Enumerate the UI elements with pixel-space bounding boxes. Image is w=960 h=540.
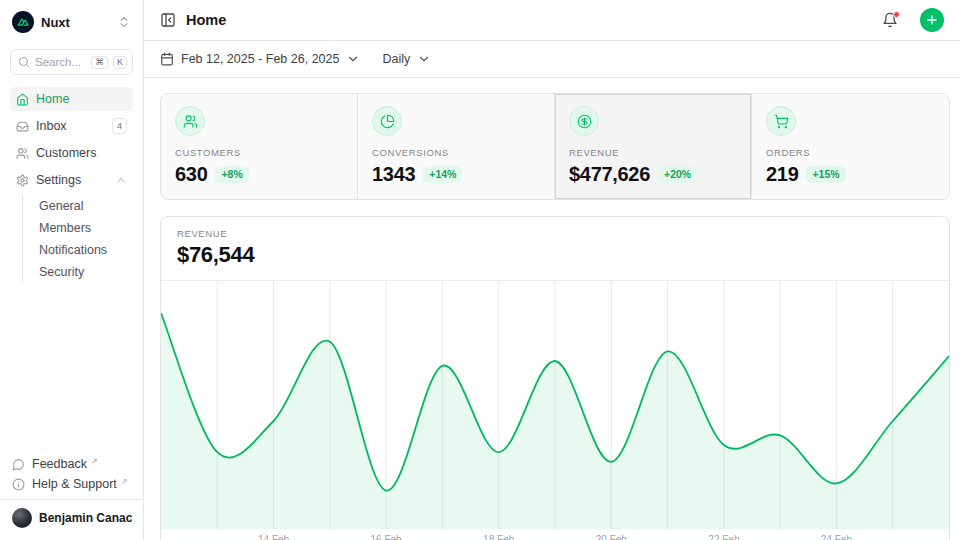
top-header: Home [144, 0, 960, 41]
sidebar-item-label: Customers [36, 146, 127, 160]
stat-card-revenue[interactable]: REVENUE $477,626 +20% [555, 94, 752, 199]
dashboard-app: Nuxt Search... ⌘ K Home Inbox 4 Customer… [0, 0, 960, 540]
sidebar-subitem-members[interactable]: Members [23, 217, 133, 239]
feedback-link[interactable]: Feedback ↗ [10, 457, 133, 471]
search-input[interactable]: Search... ⌘ K [10, 49, 133, 75]
sidebar-item-label: Inbox [36, 119, 105, 133]
page-content: CUSTOMERS 630 +8% CONVERSIONS 1343 +14% [144, 78, 960, 540]
notifications-button[interactable] [882, 12, 898, 28]
stat-delta-badge: +20% [658, 166, 697, 183]
inbox-count-badge: 4 [112, 118, 127, 133]
page-title: Home [186, 12, 872, 28]
home-icon [16, 93, 29, 106]
sidebar: Nuxt Search... ⌘ K Home Inbox 4 Customer… [0, 0, 144, 540]
panel-left-close-icon [160, 12, 176, 28]
sidebar-subitem-notifications[interactable]: Notifications [23, 239, 133, 261]
filters-toolbar: Feb 12, 2025 - Feb 26, 2025 Daily [144, 41, 960, 78]
stat-card-conversions[interactable]: CONVERSIONS 1343 +14% [358, 94, 555, 199]
search-placeholder: Search... [35, 56, 86, 68]
stat-value: 219 [766, 163, 798, 186]
stats-panel: CUSTOMERS 630 +8% CONVERSIONS 1343 +14% [160, 93, 950, 200]
granularity-value: Daily [382, 52, 410, 66]
dollar-circle-icon [569, 106, 599, 136]
sidebar-nav: Home Inbox 4 Customers Settings General … [10, 87, 133, 283]
footer-link-label: Feedback [32, 457, 87, 471]
x-tick-label: 22 Feb [708, 534, 739, 540]
sidebar-item-label: Home [36, 92, 127, 106]
stat-delta-badge: +14% [423, 166, 462, 183]
sidebar-item-inbox[interactable]: Inbox 4 [10, 114, 133, 138]
sidebar-subitem-general[interactable]: General [23, 195, 133, 217]
plus-icon [925, 13, 939, 27]
users-icon [175, 106, 205, 136]
area-chart[interactable] [161, 281, 949, 531]
chevron-down-icon [346, 52, 360, 66]
x-tick-label: 24 Feb [821, 534, 852, 540]
subitem-label: Notifications [39, 243, 107, 257]
stat-label: CUSTOMERS [175, 147, 343, 158]
add-button[interactable] [920, 8, 944, 32]
chevrons-up-down-icon [117, 15, 131, 29]
x-tick-label: 18 Feb [483, 534, 514, 540]
users-icon [16, 147, 29, 160]
sidebar-collapse-button[interactable] [160, 12, 176, 28]
sidebar-item-home[interactable]: Home [10, 87, 133, 111]
chart-metric-label: REVENUE [177, 228, 933, 239]
user-menu[interactable]: Benjamin Canac [0, 499, 143, 532]
user-name: Benjamin Canac [39, 511, 132, 525]
stat-card-orders[interactable]: ORDERS 219 +15% [752, 94, 949, 199]
message-bubble-icon [12, 458, 25, 471]
subitem-label: Security [39, 265, 84, 279]
unread-dot [893, 11, 900, 18]
stat-card-customers[interactable]: CUSTOMERS 630 +8% [161, 94, 358, 199]
sidebar-footer: Feedback ↗ Help & Support ↗ [10, 457, 133, 499]
x-tick-label: 20 Feb [596, 534, 627, 540]
info-circle-icon [12, 478, 25, 491]
kbd-cmd: ⌘ [91, 56, 108, 69]
revenue-chart-panel: REVENUE $76,544 14 Feb16 Feb18 Feb20 Feb… [160, 216, 950, 540]
settings-subtree: General Members Notifications Security [22, 195, 133, 283]
stat-value: 630 [175, 163, 207, 186]
date-range-picker[interactable]: Feb 12, 2025 - Feb 26, 2025 [160, 52, 360, 66]
nuxt-logo-icon [12, 11, 34, 33]
calendar-icon [160, 52, 174, 66]
stat-label: ORDERS [766, 147, 935, 158]
cart-icon [766, 106, 796, 136]
sidebar-spacer [10, 283, 133, 457]
external-link-icon: ↗ [121, 477, 128, 486]
stat-delta-badge: +15% [806, 166, 845, 183]
granularity-select[interactable]: Daily [382, 52, 431, 66]
pie-chart-icon [372, 106, 402, 136]
sidebar-item-customers[interactable]: Customers [10, 141, 133, 165]
stat-label: REVENUE [569, 147, 737, 158]
gear-icon [16, 174, 29, 187]
x-tick-label: 14 Feb [258, 534, 289, 540]
search-icon [18, 56, 30, 68]
external-link-icon: ↗ [91, 457, 98, 466]
stat-label: CONVERSIONS [372, 147, 540, 158]
subitem-label: Members [39, 221, 91, 235]
sidebar-subitem-security[interactable]: Security [23, 261, 133, 283]
footer-link-label: Help & Support [32, 477, 117, 491]
chart-x-axis: 14 Feb16 Feb18 Feb20 Feb22 Feb24 Feb [161, 531, 949, 540]
date-range-value: Feb 12, 2025 - Feb 26, 2025 [181, 52, 339, 66]
subitem-label: General [39, 199, 83, 213]
avatar [12, 508, 32, 528]
sidebar-item-settings[interactable]: Settings [10, 168, 133, 192]
chevron-down-icon [417, 52, 431, 66]
stat-value: 1343 [372, 163, 415, 186]
sidebar-item-label: Settings [36, 173, 108, 187]
inbox-icon [16, 120, 29, 133]
chevron-up-icon [115, 174, 127, 186]
area-chart-svg [161, 281, 949, 531]
workspace-name: Nuxt [41, 15, 110, 30]
x-tick-label: 16 Feb [371, 534, 402, 540]
chart-header: REVENUE $76,544 [161, 217, 949, 281]
chart-metric-value: $76,544 [177, 242, 933, 268]
kbd-k: K [113, 56, 127, 69]
stat-value: $477,626 [569, 163, 650, 186]
workspace-switcher[interactable]: Nuxt [10, 9, 133, 35]
stat-delta-badge: +8% [215, 166, 248, 183]
help-support-link[interactable]: Help & Support ↗ [10, 477, 133, 491]
main-area: Home Feb 12, 2025 - Feb 26, 2025 Daily [144, 0, 960, 540]
